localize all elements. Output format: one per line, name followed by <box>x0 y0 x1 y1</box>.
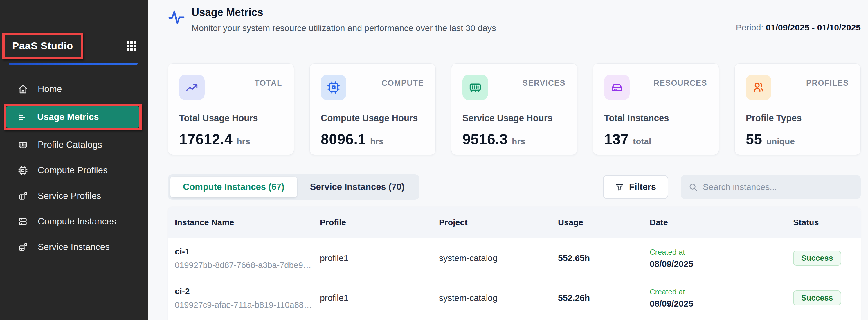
card-value: 55 <box>746 131 762 148</box>
tab-compute-instances[interactable]: Compute Instances (67) <box>170 177 297 198</box>
card-unit: hrs <box>370 137 384 146</box>
users-icon <box>746 75 771 100</box>
project-cell: system-catalog <box>439 253 558 263</box>
sidebar-item-label: Compute Profiles <box>38 165 108 176</box>
app-root: PaaS Studio Home Usage Metrics <box>0 0 868 320</box>
server-icon <box>18 216 28 227</box>
tab-group: Compute Instances (67) Service Instances… <box>168 174 420 200</box>
card-label: Compute Usage Hours <box>321 113 425 123</box>
logo-row: PaaS Studio <box>0 32 148 59</box>
trending-up-icon <box>179 75 205 100</box>
search-icon <box>688 182 698 192</box>
stat-card-profiles: PROFILES Profile Types 55 unique <box>735 63 861 155</box>
card-value: 8096.1 <box>321 131 366 148</box>
profile-cell: profile1 <box>320 253 439 263</box>
stat-cards-row: TOTAL Total Usage Hours 17612.4 hrs COMP… <box>168 63 861 155</box>
instance-name-cell: ci-2 019927c9-afae-711a-b819-110a88f8… <box>175 286 320 310</box>
sidebar-item-label: Service Profiles <box>38 191 101 201</box>
sidebar-item-service-instances[interactable]: Service Instances <box>0 236 148 258</box>
memory-icon <box>462 75 488 100</box>
card-tag: PROFILES <box>806 79 849 88</box>
card-label: Total Instances <box>604 113 708 123</box>
table-row[interactable]: ci-1 019927bb-8d87-7668-a3ba-7dbe9c3… pr… <box>168 238 861 278</box>
column-header: Date <box>650 218 793 227</box>
card-value: 137 <box>604 131 629 148</box>
filters-label: Filters <box>629 182 656 192</box>
column-header: Usage <box>558 218 650 227</box>
search-box <box>681 175 861 199</box>
created-at-label: Created at <box>650 288 793 296</box>
apps-grid-icon[interactable] <box>127 41 136 51</box>
logo-accent-underline <box>9 63 137 65</box>
period-value: 01/09/2025 - 01/10/2025 <box>766 23 861 32</box>
column-header: Status <box>793 218 854 227</box>
card-unit: unique <box>766 137 795 146</box>
instance-name: ci-2 <box>175 286 320 296</box>
sidebar-item-label: Home <box>38 84 62 94</box>
funnel-icon <box>615 183 624 192</box>
card-unit: total <box>633 137 651 146</box>
sidebar-nav: Home Usage Metrics Profile Catalogs <box>0 76 148 260</box>
column-header: Instance Name <box>175 218 320 227</box>
card-tag: COMPUTE <box>382 79 424 88</box>
period-text: Period: 01/09/2025 - 01/10/2025 <box>736 23 861 33</box>
stat-card-total: TOTAL Total Usage Hours 17612.4 hrs <box>168 63 294 155</box>
card-value: 9516.3 <box>462 131 508 148</box>
instance-uuid: 019927bb-8d87-7668-a3ba-7dbe9c3… <box>175 260 314 270</box>
usage-cell: 552.26h <box>558 293 650 303</box>
project-cell: system-catalog <box>439 293 558 303</box>
search-input[interactable] <box>703 182 853 192</box>
sidebar-item-home[interactable]: Home <box>0 79 148 100</box>
home-icon <box>18 84 28 94</box>
date-cell: Created at 08/09/2025 <box>650 248 793 269</box>
tab-service-instances[interactable]: Service Instances (70) <box>297 177 417 198</box>
usage-cell: 552.65h <box>558 253 650 263</box>
card-tag: RESOURCES <box>653 79 707 88</box>
card-unit: hrs <box>512 137 525 146</box>
page-title: Usage Metrics <box>192 6 496 19</box>
sidebar-item-compute-profiles[interactable]: Compute Profiles <box>0 160 148 181</box>
filters-button[interactable]: Filters <box>603 175 668 199</box>
annotation-highlight-logo: PaaS Studio <box>2 32 83 59</box>
created-date: 08/09/2025 <box>650 259 793 269</box>
sidebar-item-label: Profile Catalogs <box>38 140 102 150</box>
instances-table: Instance Name Profile Project Usage Date… <box>168 207 861 320</box>
sidebar-item-profile-catalogs[interactable]: Profile Catalogs <box>0 134 148 156</box>
card-label: Profile Types <box>746 113 849 123</box>
grid-detach-icon <box>18 242 28 252</box>
annotation-highlight-usage-metrics: Usage Metrics <box>4 104 142 130</box>
instance-name: ci-1 <box>175 246 320 256</box>
cpu-icon <box>321 75 346 100</box>
bar-chart-icon <box>18 112 27 122</box>
sidebar-item-compute-instances[interactable]: Compute Instances <box>0 211 148 232</box>
sidebar-item-usage-metrics[interactable]: Usage Metrics <box>6 106 140 128</box>
memory-icon <box>18 140 28 150</box>
card-tag: SERVICES <box>523 79 565 88</box>
sidebar: PaaS Studio Home Usage Metrics <box>0 0 148 320</box>
main-content: Usage Metrics Monitor your system resour… <box>148 0 868 320</box>
status-cell: Success <box>793 251 854 266</box>
page-subtitle: Monitor your system resource utilization… <box>192 23 496 33</box>
sidebar-item-label: Usage Metrics <box>37 112 99 122</box>
card-unit: hrs <box>237 137 250 146</box>
stat-card-resources: RESOURCES Total Instances 137 total <box>593 63 719 155</box>
card-label: Total Usage Hours <box>179 113 283 123</box>
status-cell: Success <box>793 290 854 306</box>
instance-name-cell: ci-1 019927bb-8d87-7668-a3ba-7dbe9c3… <box>175 246 320 270</box>
page-header: Usage Metrics Monitor your system resour… <box>168 6 861 33</box>
table-row[interactable]: ci-2 019927c9-afae-711a-b819-110a88f8… p… <box>168 278 861 318</box>
card-value: 17612.4 <box>179 131 232 148</box>
sidebar-item-service-profiles[interactable]: Service Profiles <box>0 185 148 207</box>
table-header-row: Instance Name Profile Project Usage Date… <box>168 207 861 238</box>
toolbar: Compute Instances (67) Service Instances… <box>168 174 861 200</box>
stat-card-services: SERVICES Service Usage Hours 9516.3 hrs <box>451 63 578 155</box>
column-header: Profile <box>320 218 439 227</box>
status-badge: Success <box>793 251 841 266</box>
status-badge: Success <box>793 290 841 306</box>
cpu-icon <box>18 166 28 175</box>
profile-cell: profile1 <box>320 293 439 303</box>
column-header: Project <box>439 218 558 227</box>
date-cell: Created at 08/09/2025 <box>650 288 793 309</box>
activity-pulse-icon <box>168 7 185 27</box>
card-tag: TOTAL <box>255 79 282 88</box>
